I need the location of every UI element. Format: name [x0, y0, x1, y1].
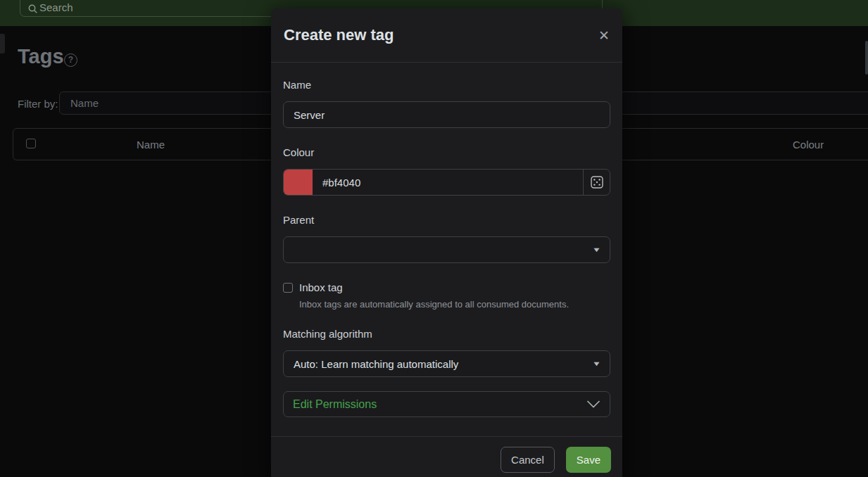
- edit-permissions-label: Edit Permissions: [293, 398, 377, 411]
- name-field-group: Name: [283, 79, 610, 128]
- column-header-colour[interactable]: Colour: [793, 139, 824, 151]
- sidebar-edge: [0, 34, 5, 53]
- random-colour-button[interactable]: [583, 170, 610, 195]
- caret-down-icon: ▼: [592, 360, 601, 367]
- edit-permissions-accordion[interactable]: Edit Permissions: [283, 391, 610, 417]
- cancel-button[interactable]: Cancel: [501, 447, 555, 473]
- page-title: Tags: [18, 45, 64, 68]
- modal-header: Create new tag ✕: [271, 8, 622, 63]
- colour-input-group: [283, 169, 610, 196]
- scrollbar-thumb[interactable]: [865, 41, 868, 75]
- parent-select[interactable]: ▼: [283, 236, 610, 263]
- app-screen: Tags ? Filter by: Name Colour Create new…: [0, 0, 868, 477]
- inbox-tag-group: Inbox tag Inbox tags are automatically a…: [283, 281, 610, 310]
- close-icon[interactable]: ✕: [598, 29, 610, 42]
- column-header-name[interactable]: Name: [73, 139, 228, 151]
- inbox-tag-checkbox[interactable]: [283, 283, 293, 293]
- inbox-tag-label[interactable]: Inbox tag: [299, 281, 343, 293]
- create-tag-modal: Create new tag ✕ Name Colour: [271, 8, 622, 477]
- inbox-tag-row: Inbox tag: [283, 281, 610, 293]
- colour-swatch: [284, 170, 313, 195]
- colour-label: Colour: [283, 146, 610, 158]
- matching-field-group: Matching algorithm Auto: Learn matching …: [283, 328, 610, 377]
- matching-label: Matching algorithm: [283, 328, 610, 340]
- chevron-down-icon: [586, 400, 600, 408]
- modal-body: Name Colour: [271, 63, 622, 417]
- inbox-tag-hint: Inbox tags are automatically assigned to…: [299, 299, 610, 310]
- caret-down-icon: ▼: [592, 246, 601, 253]
- dice-icon: [590, 175, 604, 189]
- search-icon: [28, 4, 37, 16]
- colour-field-group: Colour: [283, 146, 610, 196]
- name-label: Name: [283, 79, 610, 91]
- parent-field-group: Parent ▼: [283, 214, 610, 263]
- matching-algorithm-select[interactable]: Auto: Learn matching automatically ▼: [283, 350, 610, 377]
- select-all-checkbox[interactable]: [26, 139, 36, 148]
- name-input[interactable]: [283, 101, 610, 128]
- parent-label: Parent: [283, 214, 610, 226]
- save-button[interactable]: Save: [566, 447, 611, 473]
- help-icon[interactable]: ?: [64, 53, 77, 67]
- modal-footer: Cancel Save: [271, 436, 622, 477]
- colour-hex-input[interactable]: [313, 170, 583, 195]
- modal-title: Create new tag: [284, 26, 394, 44]
- filter-by-label: Filter by:: [18, 98, 58, 110]
- matching-select-value: Auto: Learn matching automatically: [294, 358, 458, 370]
